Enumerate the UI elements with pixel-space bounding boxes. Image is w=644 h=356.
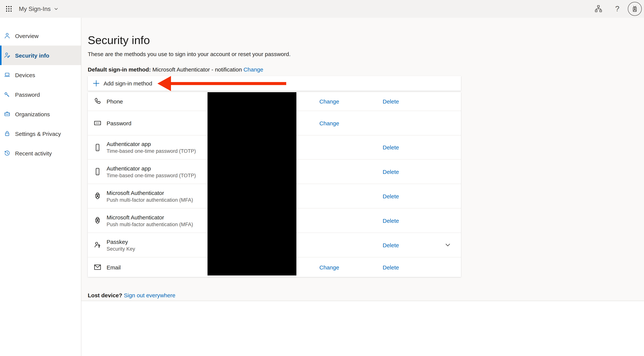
authenticator-icon [93,216,102,225]
method-name: Phone [106,98,123,105]
smartphone-icon [93,143,102,152]
app-title: My Sign-Ins [19,5,51,12]
account-badge-icon [630,4,639,13]
redaction-box [208,92,296,276]
add-signin-method-label: Add sign-in method [104,80,152,86]
delete-link[interactable]: Delete [383,168,399,175]
method-text: Phone [106,98,123,105]
method-name: Authenticator app [106,140,196,147]
authenticator-icon [93,192,102,201]
content-bottom-divider [81,301,644,301]
red-arrow-annotation [156,75,286,92]
method-name: Authenticator app [106,165,196,172]
smartphone-icon [93,167,102,176]
method-text: Authenticator appTime-based one-time pas… [106,165,196,179]
method-detail: Security Key [106,246,135,252]
laptop-icon [4,71,11,79]
top-bar: My Sign-Ins ? [0,0,644,18]
change-link[interactable]: Change [319,120,339,126]
sidebar-item-label: Overview [15,32,38,39]
lost-device-label: Lost device? [88,292,122,299]
method-name: Password [106,119,132,127]
chevron-down-icon[interactable] [445,242,451,248]
sidebar-nav: OverviewSecurity infoDevicesPasswordOrga… [0,18,81,356]
method-text: Password [106,119,132,127]
method-text: Email [106,264,121,271]
sidebar-item-devices[interactable]: Devices [0,65,81,85]
method-name: Email [106,264,121,271]
history-icon [4,149,11,157]
delete-link[interactable]: Delete [383,264,399,270]
default-signin-change-link[interactable]: Change [244,66,263,73]
method-name: Microsoft Authenticator [106,189,193,196]
method-detail: Push multi-factor authentication (MFA) [106,197,193,203]
method-detail: Time-based one-time password (TOTP) [106,148,196,154]
lock-icon [4,130,11,137]
app-launcher-icon[interactable] [5,5,12,12]
sidebar-item-label: Organizations [15,111,50,117]
delete-link[interactable]: Delete [383,217,399,224]
key-icon [4,91,11,98]
method-text: PasskeySecurity Key [106,238,135,252]
method-name: Passkey [106,238,135,245]
default-signin-label: Default sign-in method: [88,66,151,73]
sidebar-item-label: Password [15,91,40,98]
change-link[interactable]: Change [319,98,339,105]
delete-link[interactable]: Delete [383,193,399,199]
sidebar-item-overview[interactable]: Overview [0,26,81,45]
account-avatar[interactable] [628,2,642,16]
app-title-menu[interactable]: My Sign-Ins [19,0,58,18]
page-title: Security info [88,34,150,47]
selected-indicator [0,45,2,65]
method-text: Microsoft AuthenticatorPush multi-factor… [106,214,193,228]
change-link[interactable]: Change [319,264,339,270]
chevron-down-icon [54,6,58,11]
sidebar-item-recent-activity[interactable]: Recent activity [0,143,81,163]
sidebar-item-label: Settings & Privacy [15,130,61,137]
sidebar-item-password[interactable]: Password [0,85,81,104]
default-signin-line: Default sign-in method: Microsoft Authen… [88,66,263,73]
default-signin-value: Microsoft Authenticator - notification [152,66,242,73]
phone-icon [93,97,102,106]
sidebar-item-security-info[interactable]: Security info [0,45,81,65]
email-icon [93,263,102,272]
password-icon [93,118,102,128]
plus-icon [93,80,100,86]
my-sign-ins-page: My Sign-Ins ? [0,0,644,356]
delete-link[interactable]: Delete [383,98,399,105]
briefcase-icon [4,110,11,118]
security-person-icon [4,51,11,59]
method-detail: Push multi-factor authentication (MFA) [106,221,193,228]
passkey-icon [93,241,102,250]
sidebar-item-label: Recent activity [15,150,52,156]
method-detail: Time-based one-time password (TOTP) [106,172,196,179]
sign-out-everywhere-link[interactable]: Sign out everywhere [124,292,176,299]
page-subtitle: These are the methods you use to sign in… [88,51,290,57]
sidebar-item-label: Security info [15,52,49,58]
method-text: Microsoft AuthenticatorPush multi-factor… [106,189,193,203]
delete-link[interactable]: Delete [383,242,399,248]
delete-link[interactable]: Delete [383,144,399,151]
sidebar-item-settings-privacy[interactable]: Settings & Privacy [0,124,81,143]
sidebar-item-organizations[interactable]: Organizations [0,104,81,124]
organization-switcher-icon[interactable] [594,4,603,13]
person-icon [4,32,11,39]
sidebar-item-label: Devices [15,72,35,78]
help-icon[interactable]: ? [613,4,622,13]
method-text: Authenticator appTime-based one-time pas… [106,140,196,154]
lost-device-line: Lost device? Sign out everywhere [88,292,175,299]
method-name: Microsoft Authenticator [106,214,193,221]
